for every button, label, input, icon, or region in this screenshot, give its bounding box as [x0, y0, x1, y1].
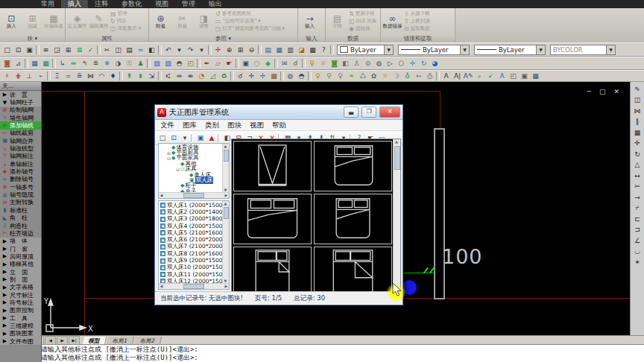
bed-preview-cell[interactable] — [314, 247, 392, 293]
block-list-item[interactable]: ▣ 双人床10 (2000*1500) — [159, 264, 229, 271]
screen-menu-item[interactable]: ⍊ 单轴标注 — [0, 160, 41, 168]
menu-item[interactable]: 图库 — [183, 121, 197, 130]
zoom-window-icon[interactable]: ⊞ — [235, 45, 246, 54]
text-a-icon[interactable]: A — [441, 72, 452, 81]
scroll-right-icon[interactable]: ▶ — [224, 284, 229, 289]
redo-icon[interactable]: ↷ — [185, 45, 196, 54]
recycle-icon[interactable]: ♺ — [357, 72, 368, 81]
layout-tab[interactable]: 布局2 — [134, 337, 162, 345]
screen-menu-item[interactable]: ✚ 添补轴号 — [0, 168, 41, 175]
arc-axis-icon[interactable]: ◿ — [207, 72, 218, 81]
manage-attr-button[interactable]: ▤ 管理 — [110, 10, 141, 17]
block-list-item[interactable]: ▣ 双人床9 (2000*1500) — [159, 257, 229, 264]
snap-polar-icon[interactable]: ⊥ — [24, 72, 35, 81]
hyperlink-button[interactable]: ◉ 超链接 — [349, 25, 376, 32]
chamfer-icon[interactable]: ∠ — [632, 235, 643, 245]
lineweight-dropdown[interactable]: ByLayer ▼ — [474, 45, 546, 55]
scroll-right-icon[interactable]: ▶ — [224, 193, 229, 198]
screen-menu-item[interactable]: ▶ 墙 体 — [0, 238, 41, 245]
ole-object-button[interactable]: ◱ OLE 对象 — [349, 18, 376, 25]
panel-name-data[interactable]: 数据 — [326, 34, 380, 42]
screen-menu-item[interactable]: ▶ 图层控制 — [0, 307, 41, 314]
text-edit-icon[interactable]: A✎ — [463, 72, 474, 81]
join-icon[interactable]: ⊐ — [632, 225, 643, 235]
table-icon[interactable]: ▦ — [530, 72, 541, 81]
new-library-icon[interactable]: □ — [157, 133, 168, 143]
block-list-item[interactable]: ▣ 双人床1 (2000*1500) — [159, 202, 229, 209]
color-dropdown[interactable]: ByLayer ▼ — [337, 45, 394, 55]
minimize-button[interactable]: ▃ — [344, 107, 359, 118]
move-icon[interactable]: ✛ — [632, 139, 643, 148]
import-button[interactable]: → 输入 — [300, 9, 320, 34]
designcenter-icon[interactable]: ▦ — [274, 45, 285, 54]
screen-menu-item[interactable]: ▯ 构造柱 — [0, 222, 41, 229]
dialog-titlebar[interactable]: A 天正图库管理系统 ▃ ❐ ✕ — [155, 105, 402, 120]
wall-dn-icon[interactable]: ⇟ — [135, 72, 146, 81]
spell-icon[interactable]: ✓ — [485, 72, 496, 81]
text-style-icon[interactable]: A — [496, 72, 508, 81]
define-attr-button[interactable]: ◈ 定义属性 — [67, 9, 87, 34]
panel-name-reference[interactable]: 参照 ▾ — [149, 34, 297, 42]
area-icon[interactable]: ▱ — [212, 59, 224, 69]
undo-icon[interactable]: ↶ — [162, 45, 174, 54]
ucs-icon[interactable]: ⊿ — [13, 59, 24, 69]
undo-arrow-icon[interactable]: ▾ — [174, 45, 185, 54]
screen-menu-item[interactable]: ▦ 轴网合并 — [0, 137, 41, 145]
text-ai-icon[interactable]: A| — [452, 72, 463, 81]
match-properties-icon[interactable]: ≈ — [135, 45, 146, 54]
align-bottom-icon[interactable]: ≞ — [74, 72, 85, 81]
preview-vscrollbar[interactable]: ▲ ▼ — [393, 139, 400, 292]
layer-match-icon[interactable]: ⇹ — [68, 59, 79, 69]
3dalign-icon[interactable]: ⬡ — [396, 59, 407, 69]
image-adjust-icon[interactable]: ◓ — [174, 59, 185, 69]
move-cross2-icon[interactable]: ✛ — [257, 72, 268, 81]
snap-underlay-button[interactable]: ◳ 打开“捕捉到参考底图”功能 ▾ — [215, 25, 285, 32]
walk-icon[interactable]: ♙ — [351, 59, 362, 69]
array-icon[interactable]: ▦ — [632, 127, 643, 137]
layer-freeze-icon[interactable]: ❄ — [101, 59, 113, 69]
close-icon[interactable]: ✕ — [613, 88, 619, 95]
screen-menu-item[interactable]: ⊢ 柱齐墙边 — [0, 229, 41, 237]
3drotate-icon[interactable]: ↻ — [418, 59, 429, 69]
moon-icon[interactable]: ☽ — [391, 72, 402, 81]
align-mid-icon[interactable]: = — [63, 72, 74, 81]
screen-menu-item[interactable]: ▶ 图块图案 — [0, 330, 41, 337]
block-editor-button[interactable]: ▦ 块编辑器 — [44, 9, 63, 34]
screen-menu-item[interactable]: ▼ 轴网柱子 — [0, 98, 41, 106]
sync-attr-button[interactable]: ↻ 同步 — [110, 18, 141, 25]
3dmove-icon[interactable]: ✛ — [407, 59, 418, 69]
screen-menu-item[interactable]: ◍ 轴号隐现 — [0, 191, 41, 198]
dwf-icon[interactable]: ⊠ — [74, 45, 85, 54]
block-editor-icon[interactable]: ◧ — [146, 45, 157, 54]
plot-icon[interactable]: ≡ — [40, 45, 51, 54]
zoom-previous-icon[interactable]: ⊖ — [246, 45, 257, 54]
explode-icon[interactable]: ✶ — [632, 257, 643, 267]
minimize-icon[interactable]: ─ — [587, 88, 591, 95]
swap-axis-icon[interactable]: ♻ — [218, 72, 230, 81]
new-frame-icon[interactable]: ▣ — [195, 133, 206, 143]
leaf-icon[interactable]: ❧ — [346, 72, 357, 81]
plotstyle-dropdown[interactable]: BYCOLOR ▼ — [550, 45, 616, 55]
retain-display-button[interactable]: ◫ 保留显示 ▾ — [110, 25, 141, 32]
tarch-logo-icon[interactable]: ▲ — [206, 133, 217, 143]
block-list-item[interactable]: ▣ 双人床4 (2000*1500) — [159, 223, 229, 229]
fillet-icon[interactable]: ◡ — [632, 247, 643, 256]
bulb-half-icon[interactable]: ⚲ — [323, 72, 335, 81]
upload-to-source-button[interactable]: ⇧ 上载到源 — [404, 18, 430, 25]
cut-icon[interactable]: ✂ — [101, 45, 113, 54]
screen-menu-item[interactable]: ▶ 尺寸标注 — [0, 291, 41, 299]
list-vscrollbar[interactable]: ▲ ▼ — [222, 201, 229, 284]
ribbon-tab[interactable]: 输出 — [202, 0, 229, 8]
scroll-up-icon[interactable]: ▲ — [394, 139, 400, 144]
data-link-button[interactable]: ∞ 数据链接 — [382, 9, 402, 34]
orbit-icon[interactable]: ⊙ — [362, 59, 373, 69]
block-list-item[interactable]: ▣ 双人床6 (2100*2000) — [159, 236, 229, 243]
ribbon-tab[interactable]: 管理 — [175, 0, 202, 8]
layer-states-icon[interactable]: ▩ — [40, 59, 51, 69]
publish-icon[interactable]: ⊞ — [63, 45, 74, 54]
menu-item[interactable]: 视图 — [250, 121, 264, 130]
restore-icon[interactable]: □ — [599, 88, 606, 95]
field-button[interactable]: ▤ 字段 — [327, 9, 347, 34]
scroll-left-icon[interactable]: ◀ — [159, 193, 164, 198]
shade-icon[interactable]: ◍ — [285, 72, 296, 81]
